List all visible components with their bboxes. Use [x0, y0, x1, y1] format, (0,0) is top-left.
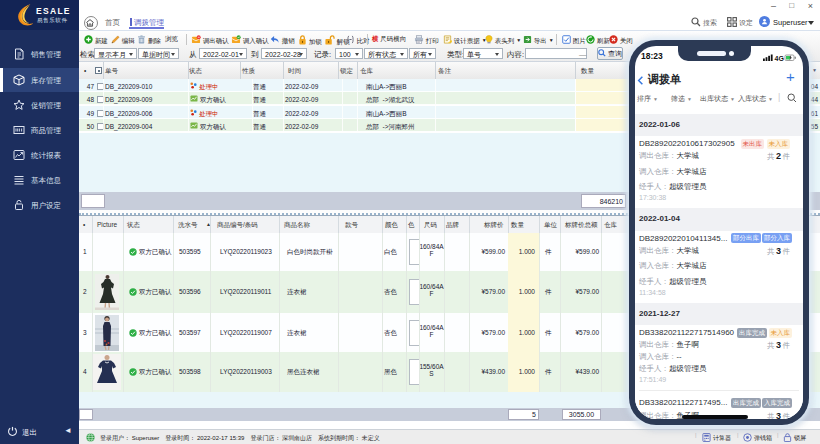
svg-text:4G: 4G — [775, 55, 785, 62]
